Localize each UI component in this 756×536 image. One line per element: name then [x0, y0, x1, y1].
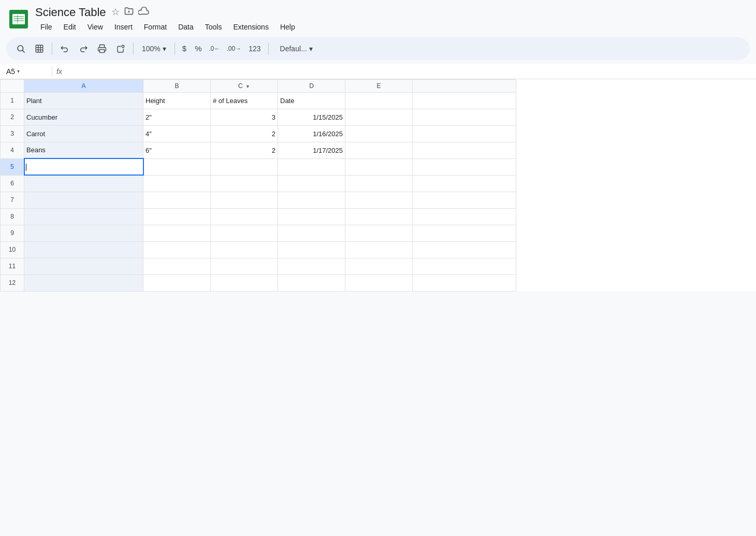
cell-extra2[interactable] [413, 109, 516, 125]
menu-help[interactable]: Help [275, 21, 300, 33]
menu-file[interactable]: File [35, 21, 57, 33]
cell-c11[interactable] [211, 258, 278, 274]
cell-d10[interactable] [278, 241, 345, 258]
cell-b10[interactable] [143, 241, 211, 258]
row-number[interactable]: 4 [1, 142, 24, 158]
cell-e9[interactable] [345, 225, 413, 241]
row-number[interactable]: 3 [1, 125, 24, 142]
cell-c1[interactable]: # of Leaves [211, 92, 278, 109]
menu-data[interactable]: Data [173, 21, 199, 33]
cell-a8[interactable] [24, 208, 143, 225]
cell-a3[interactable]: Carrot [24, 125, 143, 142]
cell-e11[interactable] [345, 258, 413, 274]
col-header-a[interactable]: A [24, 79, 143, 92]
cell-b2[interactable]: 2" [143, 109, 211, 125]
currency-button[interactable]: $ [179, 40, 190, 57]
row-number[interactable]: 7 [1, 192, 24, 208]
cell-extra10[interactable] [413, 241, 516, 258]
cell-d1[interactable]: Date [278, 92, 345, 109]
menu-extensions[interactable]: Extensions [228, 21, 273, 33]
cloud-save-icon[interactable] [138, 5, 150, 20]
row-number[interactable]: 12 [1, 274, 24, 291]
menu-insert[interactable]: Insert [109, 21, 138, 33]
cell-e4[interactable] [345, 142, 413, 158]
cell-c5[interactable] [211, 158, 278, 175]
cell-b6[interactable] [143, 175, 211, 192]
cell-extra1[interactable] [413, 92, 516, 109]
cell-ref-dropdown-icon[interactable]: ▾ [17, 68, 20, 74]
cell-a1[interactable]: Plant [24, 92, 143, 109]
cell-a5[interactable] [24, 158, 143, 175]
cell-d4[interactable]: 1/17/2025 [278, 142, 345, 158]
cell-b5[interactable] [143, 158, 211, 175]
decrease-decimal-button[interactable]: .0← [207, 40, 223, 57]
cell-extra11[interactable] [413, 258, 516, 274]
cell-b12[interactable] [143, 274, 211, 291]
number-format-button[interactable]: 123 [245, 40, 264, 57]
cell-d9[interactable] [278, 225, 345, 241]
row-number[interactable]: 9 [1, 225, 24, 241]
cell-e12[interactable] [345, 274, 413, 291]
row-number[interactable]: 8 [1, 208, 24, 225]
move-to-folder-icon[interactable] [124, 6, 134, 19]
cell-c9[interactable] [211, 225, 278, 241]
cell-extra3[interactable] [413, 125, 516, 142]
font-format-dropdown[interactable]: Defaul... ▾ [275, 42, 318, 55]
cell-d8[interactable] [278, 208, 345, 225]
cell-e3[interactable] [345, 125, 413, 142]
cell-c4[interactable]: 2 [211, 142, 278, 158]
undo-button[interactable] [56, 40, 73, 57]
cell-e5[interactable] [345, 158, 413, 175]
star-icon[interactable]: ☆ [111, 7, 120, 18]
cell-a12[interactable] [24, 274, 143, 291]
menu-tools[interactable]: Tools [200, 21, 227, 33]
row-number[interactable]: 5 [1, 158, 24, 175]
cell-e1[interactable] [345, 92, 413, 109]
cell-c10[interactable] [211, 241, 278, 258]
cell-e8[interactable] [345, 208, 413, 225]
cell-extra12[interactable] [413, 274, 516, 291]
cell-b7[interactable] [143, 192, 211, 208]
cell-d12[interactable] [278, 274, 345, 291]
cell-d5[interactable] [278, 158, 345, 175]
cell-c7[interactable] [211, 192, 278, 208]
cell-d7[interactable] [278, 192, 345, 208]
zoom-selector[interactable]: 100% ▾ [138, 42, 170, 55]
cell-e7[interactable] [345, 192, 413, 208]
row-number[interactable]: 6 [1, 175, 24, 192]
row-number[interactable]: 10 [1, 241, 24, 258]
row-number[interactable]: 11 [1, 258, 24, 274]
cell-b11[interactable] [143, 258, 211, 274]
col-header-b[interactable]: B [143, 79, 211, 92]
cell-d2[interactable]: 1/15/2025 [278, 109, 345, 125]
cell-c6[interactable] [211, 175, 278, 192]
cell-a4[interactable]: Beans [24, 142, 143, 158]
paint-format-button[interactable] [112, 40, 129, 57]
percent-button[interactable]: % [192, 40, 205, 57]
cell-c3[interactable]: 2 [211, 125, 278, 142]
cell-e2[interactable] [345, 109, 413, 125]
cell-a9[interactable] [24, 225, 143, 241]
cell-d6[interactable] [278, 175, 345, 192]
insert-table-button[interactable] [31, 40, 48, 57]
cell-extra7[interactable] [413, 192, 516, 208]
col-header-c[interactable]: C ▼ [211, 79, 278, 92]
redo-button[interactable] [75, 40, 92, 57]
cell-a7[interactable] [24, 192, 143, 208]
cell-c2[interactable]: 3 [211, 109, 278, 125]
cell-b9[interactable] [143, 225, 211, 241]
menu-view[interactable]: View [82, 21, 108, 33]
cell-extra5[interactable] [413, 158, 516, 175]
cell-a10[interactable] [24, 241, 143, 258]
search-button[interactable] [12, 40, 29, 57]
cell-c12[interactable] [211, 274, 278, 291]
cell-extra9[interactable] [413, 225, 516, 241]
row-number[interactable]: 2 [1, 109, 24, 125]
cell-b1[interactable]: Height [143, 92, 211, 109]
cell-e6[interactable] [345, 175, 413, 192]
cell-extra4[interactable] [413, 142, 516, 158]
cell-b4[interactable]: 6" [143, 142, 211, 158]
print-button[interactable] [94, 40, 110, 57]
cell-c8[interactable] [211, 208, 278, 225]
menu-format[interactable]: Format [139, 21, 172, 33]
